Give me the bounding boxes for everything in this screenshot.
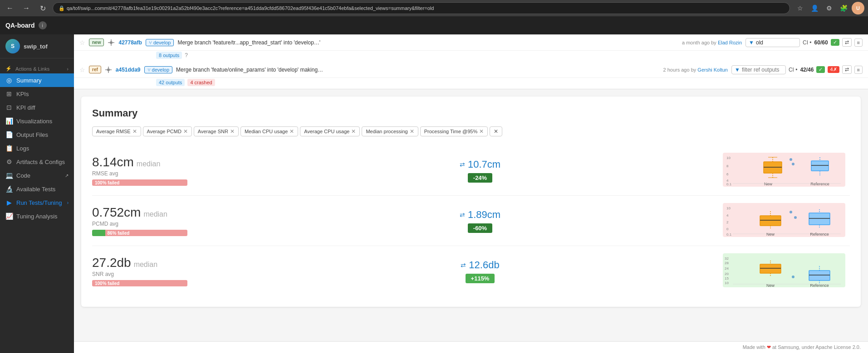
info-icon[interactable]: i	[39, 21, 47, 29]
compare-icon-rmse: ⇄	[460, 161, 465, 168]
sidebar-item-tuning[interactable]: 📈 Tuning Analysis	[0, 209, 74, 223]
sidebar-item-code[interactable]: 💻 Code ↗	[0, 169, 74, 182]
kpi-rows: 8.14cm median RMSE avg 100% failed	[92, 145, 850, 296]
kpi-left-snr: 27.2db median SNR avg 100% failed	[92, 256, 237, 286]
ref-badge: ref	[89, 66, 101, 73]
sidebar-item-label: Logs	[16, 145, 29, 152]
menu-button-new[interactable]: ≡	[854, 39, 863, 47]
svg-point-54	[792, 276, 794, 278]
commit-hash-new[interactable]: 42778afb	[118, 39, 142, 46]
url-bar[interactable]: 🔒 qa/tof/swip...commit/42778afb1fea31e19…	[53, 2, 790, 14]
filter-input-ref[interactable]	[742, 67, 783, 73]
sidebar-item-summary[interactable]: ◎ Summary	[0, 73, 74, 87]
svg-point-14	[792, 163, 794, 165]
filter-input-new[interactable]	[756, 39, 797, 46]
star-button[interactable]: ☆	[794, 2, 806, 15]
forward-button[interactable]: →	[20, 2, 33, 15]
reload-button[interactable]: ↻	[36, 2, 49, 15]
kpi-main-value-pcmd: 0.752cm	[92, 205, 141, 220]
commit-row-new: ☆ new 42778afb ⑂ develop Merge branch 'f…	[74, 34, 868, 51]
check-badge-ref: ✓	[816, 66, 825, 73]
kpi-compare-rmse: ⇄ 10.7cm	[460, 159, 500, 170]
sidebar-item-visualizations[interactable]: 📊 Visualizations	[0, 114, 74, 128]
sync-button-new[interactable]: ⇄	[842, 38, 852, 47]
ci-label-ref: CI •	[789, 67, 798, 73]
svg-text:28: 28	[725, 261, 729, 265]
sidebar-item-run-tests[interactable]: ▶ Run Tests/Tuning ›	[0, 196, 74, 209]
filter-icon-ref: ▼	[735, 67, 740, 73]
star-icon[interactable]: ☆	[79, 39, 85, 46]
svg-text:15: 15	[725, 276, 729, 280]
compare-icon-pcmd: ⇄	[460, 211, 465, 218]
user-profile-button[interactable]: U	[852, 2, 864, 15]
author-link-ref[interactable]: Gershi Koltun	[697, 67, 728, 73]
kpi-row-pcmd: 0.752cm median PCMD avg 86% failed	[92, 195, 850, 246]
ci-counts-ref: 42/46	[800, 67, 814, 73]
profile-icon-button[interactable]: 👤	[808, 2, 821, 15]
remove-filter-avg-cpu[interactable]: ✕	[351, 128, 356, 135]
menu-button-ref[interactable]: ≡	[854, 66, 863, 74]
sidebar-item-kpis[interactable]: ⊞ KPIs	[0, 87, 74, 101]
star-icon-ref[interactable]: ☆	[79, 66, 85, 73]
remove-filter-pcmd[interactable]: ✕	[183, 128, 188, 135]
git-icon-ref	[105, 66, 112, 73]
sidebar-item-artifacts[interactable]: ⚙ Artifacts & Configs	[0, 155, 74, 169]
visualizations-icon: 📊	[5, 117, 13, 125]
kpi-median-label-pcmd: median	[143, 210, 167, 218]
remove-filter-snr[interactable]: ✕	[230, 128, 235, 135]
remove-filter-median-cpu[interactable]: ✕	[289, 128, 294, 135]
sidebar-item-available-tests[interactable]: 🔬 Available Tests	[0, 182, 74, 196]
author-link-new[interactable]: Elad Rozin	[718, 40, 742, 45]
svg-text:Reference: Reference	[810, 232, 829, 237]
tests-icon: 🔬	[5, 185, 13, 193]
sidebar-item-label: Tuning Analysis	[16, 213, 58, 220]
sidebar-item-actions-links[interactable]: ⚡ Actions & Links ›	[0, 62, 74, 73]
kpi-right-rmse: 10 8 6 4 0.1	[723, 153, 850, 188]
svg-text:10: 10	[726, 206, 731, 210]
avatar: S	[5, 39, 20, 53]
kpi-center-rmse: ⇄ 10.7cm -24%	[237, 159, 723, 183]
kpi-median-label-snr: median	[134, 261, 157, 269]
svg-text:New: New	[764, 182, 773, 186]
kpi-value-snr: 27.2db median	[92, 256, 237, 270]
kpi-bar-rmse: 100% failed	[92, 179, 187, 186]
kpi-diff-icon: ⊡	[5, 104, 13, 111]
remove-filter-rmse[interactable]: ✕	[132, 128, 137, 135]
commit-meta-ref: 2 hours ago by Gershi Koltun	[663, 67, 728, 73]
svg-point-0	[110, 41, 113, 44]
svg-text:10: 10	[725, 281, 729, 285]
svg-rect-31	[809, 213, 830, 225]
chevron-right-icon: ›	[67, 66, 69, 72]
svg-rect-50	[809, 271, 830, 280]
branch-badge-new: ⑂ develop	[146, 39, 174, 46]
back-button[interactable]: ←	[4, 2, 16, 15]
settings-button[interactable]: ⚙	[823, 2, 835, 15]
kpi-main-value-snr: 27.2db	[92, 256, 131, 270]
kpis-icon: ⊞	[5, 90, 13, 97]
summary-title: Summary	[92, 107, 850, 119]
question-icon-new[interactable]: ?	[185, 52, 188, 58]
sidebar-item-kpi-diff[interactable]: ⊡ KPI diff	[0, 101, 74, 114]
sidebar-item-logs[interactable]: 📋 Logs	[0, 141, 74, 155]
clear-filters-button[interactable]: ✕	[490, 126, 502, 136]
outputs-badge-new: 8 outputs	[156, 52, 182, 59]
kpi-center-pcmd: ⇄ 1.89cm -60%	[237, 209, 723, 233]
remove-filter-median-proc[interactable]: ✕	[410, 128, 414, 135]
main-panel: ☆ new 42778afb ⑂ develop Merge branch 'f…	[74, 34, 868, 353]
commit-hash-ref[interactable]: a451dda9	[116, 67, 141, 73]
svg-point-36	[794, 216, 797, 219]
output-files-icon: 📄	[5, 131, 13, 138]
sidebar-item-output-files[interactable]: 📄 Output Files	[0, 128, 74, 141]
extension-button[interactable]: 🧩	[837, 2, 850, 15]
svg-point-1	[107, 68, 110, 71]
outputs-row-new: 8 outputs ?	[74, 51, 868, 62]
git-icon	[108, 39, 115, 46]
run-icon: ▶	[5, 199, 13, 206]
kpi-right-snr: 32 28 24 20 15 10	[723, 253, 850, 289]
remove-filter-proc-time[interactable]: ✕	[479, 128, 484, 135]
sidebar-item-label: Code	[16, 172, 30, 179]
kpi-name-pcmd: PCMD avg	[92, 221, 237, 227]
sidebar-item-label: Artifacts & Configs	[16, 159, 65, 165]
svg-text:New: New	[766, 232, 775, 237]
sync-button-ref[interactable]: ⇄	[842, 65, 852, 74]
